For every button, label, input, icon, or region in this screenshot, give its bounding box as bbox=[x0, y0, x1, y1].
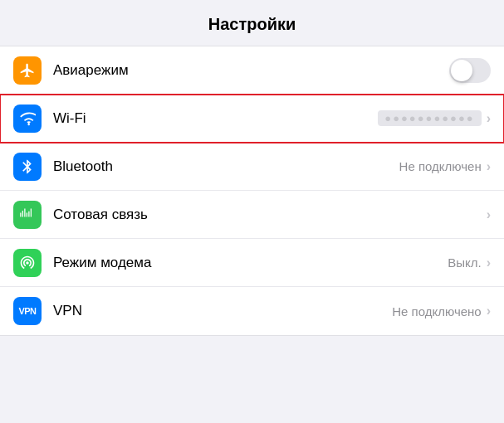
bluetooth-chevron: › bbox=[487, 159, 491, 174]
airplane-icon bbox=[13, 56, 42, 85]
cellular-chevron: › bbox=[487, 207, 491, 222]
vpn-icon: VPN bbox=[13, 297, 42, 325]
wifi-label: Wi-Fi bbox=[53, 110, 378, 127]
airplane-toggle-thumb bbox=[451, 60, 472, 81]
settings-row-airplane[interactable]: Авиарежим bbox=[0, 46, 504, 95]
hotspot-value: Выкл. bbox=[448, 255, 481, 270]
settings-row-wifi[interactable]: Wi-Fi●●●●●●●●●●●› bbox=[0, 95, 504, 143]
vpn-label: VPN bbox=[53, 303, 392, 319]
vpn-chevron: › bbox=[487, 304, 491, 318]
bluetooth-icon bbox=[13, 153, 42, 181]
settings-row-hotspot[interactable]: Режим модемаВыкл.› bbox=[0, 239, 504, 287]
settings-row-cellular[interactable]: Сотовая связь› bbox=[0, 191, 504, 239]
hotspot-chevron: › bbox=[487, 255, 491, 270]
hotspot-label: Режим модема bbox=[53, 255, 448, 271]
bluetooth-label: Bluetooth bbox=[53, 158, 399, 175]
cellular-label: Сотовая связь bbox=[53, 207, 487, 223]
airplane-label: Авиарежим bbox=[53, 62, 449, 79]
vpn-value: Не подключено bbox=[392, 304, 481, 318]
bluetooth-value: Не подключен bbox=[399, 159, 482, 173]
airplane-toggle-track bbox=[449, 58, 491, 83]
cellular-icon bbox=[13, 201, 42, 229]
airplane-toggle[interactable] bbox=[449, 58, 491, 83]
wifi-chevron: › bbox=[487, 111, 491, 126]
page-title: Настройки bbox=[0, 0, 504, 46]
wifi-icon bbox=[13, 105, 42, 133]
settings-list: Авиарежим Wi-Fi●●●●●●●●●●●› BluetoothНе … bbox=[0, 46, 504, 336]
settings-row-bluetooth[interactable]: BluetoothНе подключен› bbox=[0, 143, 504, 191]
wifi-value: ●●●●●●●●●●● bbox=[378, 110, 481, 126]
hotspot-icon bbox=[13, 249, 42, 277]
settings-row-vpn[interactable]: VPNVPNНе подключено› bbox=[0, 287, 504, 335]
